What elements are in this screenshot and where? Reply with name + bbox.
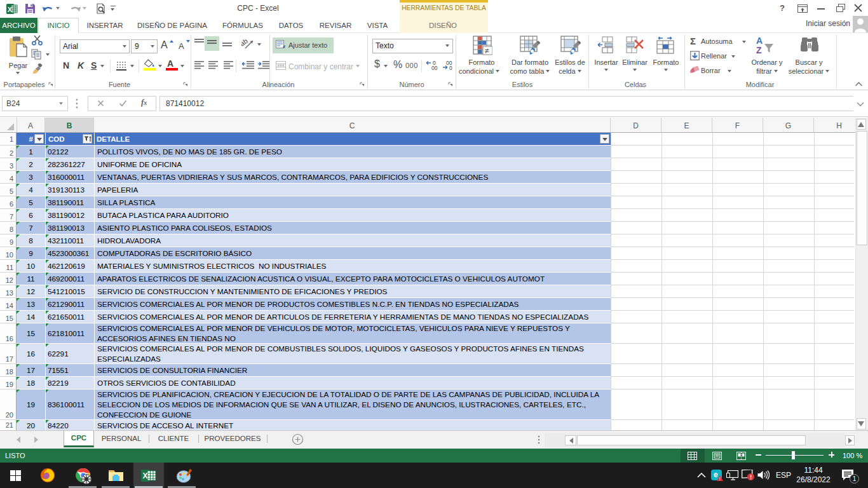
svg-text:Z: Z [756,45,762,55]
svg-text:≠: ≠ [485,46,489,55]
svg-text:X: X [142,471,147,480]
svg-text:A: A [756,36,763,46]
svg-text:!: ! [719,477,721,481]
svg-text:X: X [8,6,13,13]
svg-text:00: 00 [431,65,438,71]
